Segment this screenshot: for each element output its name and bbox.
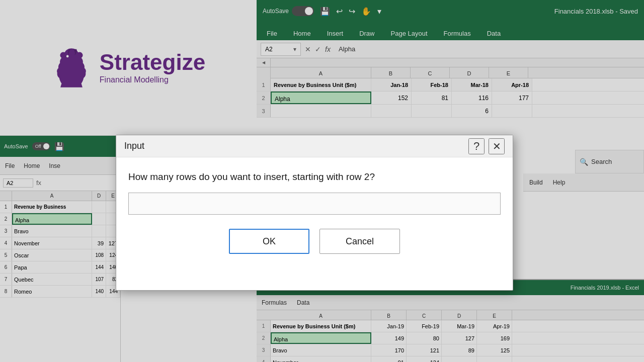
ok-label: OK [263,236,276,246]
help-symbol: ? [473,140,479,153]
dialog-overlay: Input ? ✕ How many rows do you want to i… [0,0,644,362]
dialog-buttons: OK Cancel [128,229,501,254]
dialog-help-button[interactable]: ? [468,138,485,154]
cancel-label: Cancel [346,236,374,246]
close-symbol: ✕ [493,140,501,152]
dialog-close-button[interactable]: ✕ [489,138,505,154]
dialog-titlebar: Input ? ✕ [116,135,513,157]
dialog-body: How many rows do you want to insert, sta… [116,157,513,264]
dialog-ok-button[interactable]: OK [229,229,309,254]
input-dialog: Input ? ✕ How many rows do you want to i… [116,135,513,291]
dialog-cancel-button[interactable]: Cancel [319,229,400,254]
dialog-question-text: How many rows do you want to insert, sta… [128,171,501,183]
dialog-title: Input [124,141,468,151]
dialog-input-field[interactable] [128,193,501,215]
